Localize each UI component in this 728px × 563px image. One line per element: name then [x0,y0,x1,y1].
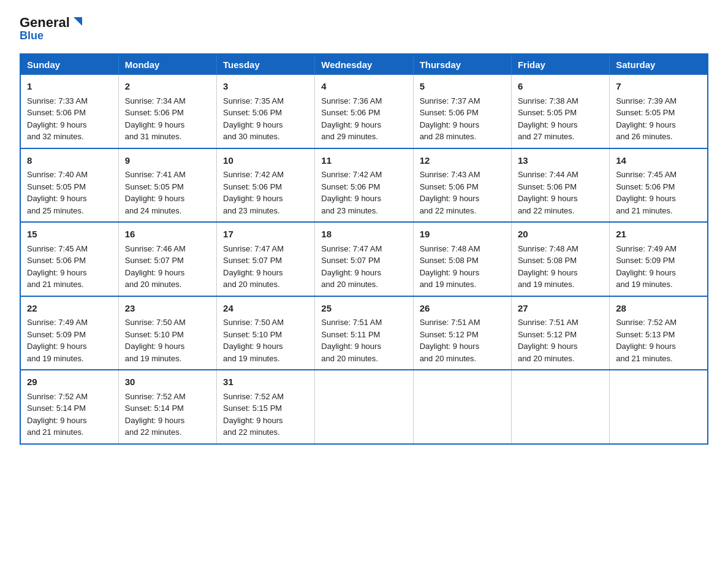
day-number: 29 [27,375,112,389]
day-number: 2 [125,80,210,94]
calendar-cell: 11 Sunrise: 7:42 AMSunset: 5:06 PMDaylig… [315,148,413,223]
day-details: Sunrise: 7:51 AMSunset: 5:12 PMDaylight:… [420,318,480,363]
day-number: 26 [420,302,505,316]
day-details: Sunrise: 7:33 AMSunset: 5:06 PMDaylight:… [27,96,88,142]
svg-marker-0 [74,17,82,26]
day-details: Sunrise: 7:52 AMSunset: 5:13 PMDaylight:… [616,318,677,363]
calendar-cell: 12 Sunrise: 7:43 AMSunset: 5:06 PMDaylig… [413,148,511,223]
day-number: 27 [518,302,603,316]
calendar-cell: 17 Sunrise: 7:47 AMSunset: 5:07 PMDaylig… [217,222,315,296]
day-details: Sunrise: 7:49 AMSunset: 5:09 PMDaylight:… [616,244,677,289]
calendar-cell [511,370,609,444]
calendar-cell: 3 Sunrise: 7:35 AMSunset: 5:06 PMDayligh… [217,75,315,148]
column-header-tuesday: Tuesday [217,54,315,75]
day-number: 14 [616,154,701,168]
day-number: 8 [27,154,112,168]
day-number: 24 [223,302,308,316]
calendar-cell: 9 Sunrise: 7:41 AMSunset: 5:05 PMDayligh… [118,148,216,223]
column-header-thursday: Thursday [413,54,511,75]
day-number: 22 [27,302,112,316]
day-details: Sunrise: 7:52 AMSunset: 5:15 PMDaylight:… [223,392,284,437]
day-details: Sunrise: 7:44 AMSunset: 5:06 PMDaylight:… [518,170,578,215]
day-details: Sunrise: 7:45 AMSunset: 5:06 PMDaylight:… [27,244,88,289]
calendar-cell: 18 Sunrise: 7:47 AMSunset: 5:07 PMDaylig… [315,222,413,296]
calendar-cell: 6 Sunrise: 7:38 AMSunset: 5:05 PMDayligh… [511,75,609,148]
day-number: 20 [518,228,603,242]
logo-general-text: General [20,15,70,31]
logo: General Blue [20,15,85,42]
calendar-cell: 29 Sunrise: 7:52 AMSunset: 5:14 PMDaylig… [20,370,118,444]
day-number: 9 [125,154,210,168]
day-details: Sunrise: 7:39 AMSunset: 5:05 PMDaylight:… [616,96,677,142]
calendar-cell: 8 Sunrise: 7:40 AMSunset: 5:05 PMDayligh… [20,148,118,223]
day-number: 15 [27,228,112,242]
logo-blue-text: Blue [20,29,44,42]
day-details: Sunrise: 7:42 AMSunset: 5:06 PMDaylight:… [321,170,382,215]
day-number: 11 [321,154,406,168]
day-details: Sunrise: 7:43 AMSunset: 5:06 PMDaylight:… [420,170,480,215]
calendar-cell [315,370,413,444]
calendar-week-row: 8 Sunrise: 7:40 AMSunset: 5:05 PMDayligh… [20,148,708,223]
calendar-cell: 2 Sunrise: 7:34 AMSunset: 5:06 PMDayligh… [118,75,216,148]
calendar-cell: 31 Sunrise: 7:52 AMSunset: 5:15 PMDaylig… [217,370,315,444]
day-details: Sunrise: 7:37 AMSunset: 5:06 PMDaylight:… [420,96,480,142]
day-details: Sunrise: 7:35 AMSunset: 5:06 PMDaylight:… [223,96,284,142]
day-number: 19 [420,228,505,242]
day-details: Sunrise: 7:40 AMSunset: 5:05 PMDaylight:… [27,170,88,215]
calendar-cell: 1 Sunrise: 7:33 AMSunset: 5:06 PMDayligh… [20,75,118,148]
calendar-table: SundayMondayTuesdayWednesdayThursdayFrid… [20,53,708,445]
day-number: 25 [321,302,406,316]
calendar-cell: 26 Sunrise: 7:51 AMSunset: 5:12 PMDaylig… [413,296,511,370]
day-number: 10 [223,154,308,168]
calendar-cell: 20 Sunrise: 7:48 AMSunset: 5:08 PMDaylig… [511,222,609,296]
day-number: 13 [518,154,603,168]
calendar-cell: 5 Sunrise: 7:37 AMSunset: 5:06 PMDayligh… [413,75,511,148]
day-number: 12 [420,154,505,168]
day-details: Sunrise: 7:47 AMSunset: 5:07 PMDaylight:… [321,244,382,289]
day-details: Sunrise: 7:45 AMSunset: 5:06 PMDaylight:… [616,170,677,215]
calendar-cell: 30 Sunrise: 7:52 AMSunset: 5:14 PMDaylig… [118,370,216,444]
day-details: Sunrise: 7:52 AMSunset: 5:14 PMDaylight:… [125,392,186,437]
day-details: Sunrise: 7:50 AMSunset: 5:10 PMDaylight:… [223,318,284,363]
column-header-monday: Monday [118,54,216,75]
day-number: 30 [125,375,210,389]
day-number: 28 [616,302,701,316]
calendar-cell: 22 Sunrise: 7:49 AMSunset: 5:09 PMDaylig… [20,296,118,370]
day-details: Sunrise: 7:51 AMSunset: 5:11 PMDaylight:… [321,318,382,363]
calendar-cell: 13 Sunrise: 7:44 AMSunset: 5:06 PMDaylig… [511,148,609,223]
calendar-cell [413,370,511,444]
day-number: 6 [518,80,603,94]
day-details: Sunrise: 7:50 AMSunset: 5:10 PMDaylight:… [125,318,186,363]
calendar-cell: 23 Sunrise: 7:50 AMSunset: 5:10 PMDaylig… [118,296,216,370]
logo-triangle-icon [71,15,85,28]
day-details: Sunrise: 7:34 AMSunset: 5:06 PMDaylight:… [125,96,186,142]
page-header: General Blue [20,15,708,42]
day-number: 4 [321,80,406,94]
calendar-cell: 16 Sunrise: 7:46 AMSunset: 5:07 PMDaylig… [118,222,216,296]
column-header-wednesday: Wednesday [315,54,413,75]
column-header-friday: Friday [511,54,609,75]
calendar-header-row: SundayMondayTuesdayWednesdayThursdayFrid… [20,54,708,75]
calendar-cell: 28 Sunrise: 7:52 AMSunset: 5:13 PMDaylig… [610,296,708,370]
calendar-cell: 7 Sunrise: 7:39 AMSunset: 5:05 PMDayligh… [610,75,708,148]
day-details: Sunrise: 7:47 AMSunset: 5:07 PMDaylight:… [223,244,284,289]
calendar-cell: 4 Sunrise: 7:36 AMSunset: 5:06 PMDayligh… [315,75,413,148]
calendar-cell: 27 Sunrise: 7:51 AMSunset: 5:12 PMDaylig… [511,296,609,370]
day-number: 1 [27,80,112,94]
calendar-cell [610,370,708,444]
column-header-sunday: Sunday [20,54,118,75]
day-details: Sunrise: 7:38 AMSunset: 5:05 PMDaylight:… [518,96,578,142]
day-details: Sunrise: 7:51 AMSunset: 5:12 PMDaylight:… [518,318,578,363]
day-number: 7 [616,80,701,94]
calendar-cell: 19 Sunrise: 7:48 AMSunset: 5:08 PMDaylig… [413,222,511,296]
calendar-week-row: 15 Sunrise: 7:45 AMSunset: 5:06 PMDaylig… [20,222,708,296]
column-header-saturday: Saturday [610,54,708,75]
day-number: 31 [223,375,308,389]
calendar-cell: 10 Sunrise: 7:42 AMSunset: 5:06 PMDaylig… [217,148,315,223]
day-number: 21 [616,228,701,242]
calendar-week-row: 22 Sunrise: 7:49 AMSunset: 5:09 PMDaylig… [20,296,708,370]
day-details: Sunrise: 7:52 AMSunset: 5:14 PMDaylight:… [27,392,88,437]
calendar-cell: 24 Sunrise: 7:50 AMSunset: 5:10 PMDaylig… [217,296,315,370]
day-details: Sunrise: 7:46 AMSunset: 5:07 PMDaylight:… [125,244,186,289]
day-number: 17 [223,228,308,242]
